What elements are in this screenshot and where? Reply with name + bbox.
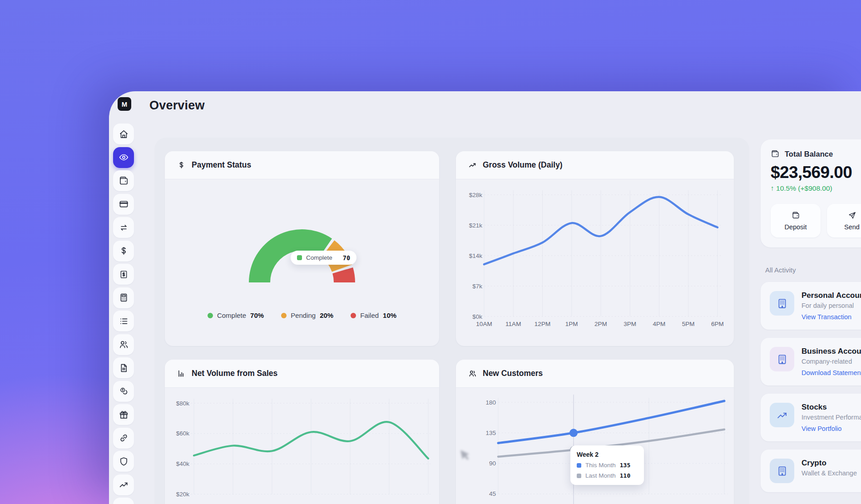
legend-swatch — [577, 463, 581, 468]
sidebar-item-calculator[interactable] — [113, 287, 134, 308]
building-icon — [776, 465, 788, 477]
net-volume-chart[interactable]: $80k$60k$40k$20k — [165, 388, 439, 504]
payment-status-body: Complete 70 Complete70%Pending20%Failed1… — [165, 180, 439, 346]
deposit-button[interactable]: Deposit — [771, 204, 821, 237]
balance-amount: $23,569.00 — [771, 163, 861, 182]
sidebar-item-gift[interactable] — [113, 404, 134, 425]
sidebar-item-exchange-arrows[interactable] — [113, 217, 134, 238]
balance-change: ↑ 10.5% (+$908.00) — [771, 184, 861, 193]
gross-volume-chart[interactable]: $28k$21k$14k$7k$0k10AM11AM12PM1PM2PM3PM4… — [456, 180, 734, 346]
action-label: Send — [844, 223, 860, 231]
legend-value: 70% — [250, 311, 264, 319]
home-icon — [119, 129, 129, 139]
gross-volume-card: Gross Volume (Daily) $28k$21k$14k$7k$0k1… — [456, 151, 734, 346]
receipt-dollar-icon — [119, 269, 129, 280]
cursor-artifact — [458, 447, 483, 465]
activity-item-personal-account[interactable]: Personal AccountFor daily personalView T… — [761, 282, 861, 330]
credit-card-icon — [119, 199, 129, 209]
activity-link[interactable]: View Transaction — [802, 313, 861, 321]
sidebar-item-users[interactable] — [113, 334, 134, 355]
balance-actions: DepositSend — [771, 204, 861, 237]
sidebar-item-document[interactable] — [113, 357, 134, 378]
desktop-background: { "app": { "logo_letter": "M", "page_tit… — [0, 0, 861, 504]
x-tick-label: 1PM — [565, 321, 578, 327]
right-panel: Total Balance $23,569.00 ↑ 10.5% (+$908.… — [761, 139, 861, 492]
y-tick-label: $7k — [472, 283, 482, 290]
trending-up-icon — [468, 161, 477, 169]
shield-icon — [119, 456, 129, 467]
y-tick-label: 90 — [489, 460, 496, 467]
building-icon — [776, 297, 788, 310]
y-tick-label: $20k — [176, 491, 190, 498]
wallet-icon — [792, 211, 800, 220]
total-balance-card: Total Balance $23,569.00 ↑ 10.5% (+$908.… — [761, 139, 861, 247]
legend-value: 10% — [383, 311, 396, 319]
legend-item-complete: Complete70% — [208, 311, 264, 319]
net-volume-body: $80k$60k$40k$20k — [165, 388, 439, 504]
wallet-icon — [771, 149, 780, 158]
sidebar-item-trending-up[interactable] — [113, 474, 134, 495]
sidebar-item-list[interactable] — [113, 311, 134, 331]
activity-link[interactable]: Download Statement — [802, 369, 861, 376]
sidebar-item-shield[interactable] — [113, 451, 134, 472]
activity-title: Personal Account — [802, 291, 861, 300]
activity-item-stocks[interactable]: StocksInvestment PerformanceView Portfol… — [761, 394, 861, 441]
tooltip-row: This Month135 — [577, 462, 638, 469]
send-button[interactable]: Send — [827, 204, 861, 237]
sidebar-item-link[interactable] — [113, 428, 134, 449]
x-tick-label: 4PM — [653, 321, 666, 327]
new-customers-header: New Customers — [456, 360, 734, 388]
tooltip-row-label: Last Month — [585, 472, 616, 479]
coins-icon — [119, 386, 129, 396]
x-tick-label: 2PM — [594, 321, 607, 327]
legend-dot — [351, 313, 356, 318]
sidebar-item-home[interactable] — [113, 124, 134, 144]
activity-icon-tile — [770, 459, 794, 483]
new-customers-body: 1801359045 Week 2 This Month135Last Mont… — [456, 388, 734, 504]
new-customers-card: New Customers 1801359045 Week 2 This Mon… — [456, 360, 734, 504]
tooltip-row: Last Month110 — [577, 472, 638, 479]
legend-value: 20% — [320, 311, 333, 319]
activity-subtitle: Investment Performance — [802, 414, 861, 421]
activity-item-business-account[interactable]: Business AccountCompany-relatedDownload … — [761, 338, 861, 385]
sidebar-item-receipt-dollar[interactable] — [113, 264, 134, 285]
activity-subtitle: Company-related — [802, 358, 861, 365]
sidebar-item-dollar-sign[interactable] — [113, 241, 134, 262]
activity-title: Stocks — [802, 403, 861, 412]
legend-item-pending: Pending20% — [281, 311, 333, 319]
activity-icon-tile — [770, 403, 794, 427]
dollar-sign-icon — [119, 246, 129, 256]
trending-up-icon — [776, 409, 788, 421]
x-tick-label: 10AM — [476, 321, 492, 327]
activity-heading: All Activity — [765, 266, 861, 274]
payment-status-card: Payment Status Complete 70 Complete70%Pe… — [165, 151, 439, 346]
sidebar-item-device[interactable] — [113, 498, 134, 504]
y-tick-label: 45 — [489, 490, 496, 497]
activity-subtitle: For daily personal — [802, 302, 861, 309]
y-tick-label: 180 — [485, 399, 496, 406]
dollar-icon — [177, 161, 186, 169]
sidebar-item-credit-card[interactable] — [113, 194, 134, 215]
gross-volume-body: $28k$21k$14k$7k$0k10AM11AM12PM1PM2PM3PM4… — [456, 180, 734, 346]
sidebar-item-eye[interactable] — [113, 147, 134, 168]
activity-icon-tile — [770, 347, 794, 371]
y-tick-label: $40k — [176, 460, 190, 467]
chart-legend: Complete70%Pending20%Failed10% — [165, 311, 439, 319]
y-tick-label: $28k — [469, 192, 483, 198]
activity-item-crypto[interactable]: CryptoWallet & Exchange — [761, 450, 861, 492]
app-logo: M — [118, 97, 131, 111]
activity-link[interactable]: View Portfolio — [802, 425, 861, 432]
sidebar — [113, 124, 134, 504]
tooltip-title: Week 2 — [577, 451, 638, 458]
tooltip-row-label: This Month — [585, 462, 616, 469]
card-title: Net Volume from Sales — [192, 369, 277, 378]
sidebar-item-coins[interactable] — [113, 381, 134, 402]
y-tick-label: $60k — [176, 430, 190, 437]
sidebar-item-wallet[interactable] — [113, 170, 134, 191]
card-title: Gross Volume (Daily) — [483, 160, 563, 170]
net-volume-card: Net Volume from Sales $80k$60k$40k$20k — [165, 360, 439, 504]
users-icon — [119, 339, 129, 350]
building-icon — [776, 353, 788, 366]
legend-label: Failed — [360, 311, 379, 319]
document-icon — [119, 363, 129, 373]
